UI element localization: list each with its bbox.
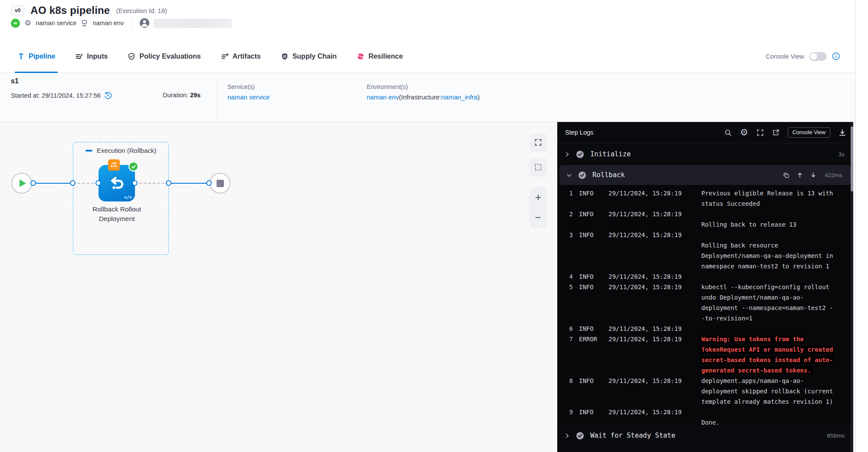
log-section-initialize[interactable]: Initialize 3s: [557, 143, 853, 165]
download-logs-icon[interactable]: [838, 129, 846, 136]
tab-artifacts[interactable]: Artifacts: [221, 40, 261, 73]
port: [166, 180, 171, 186]
code-tag: </>: [124, 195, 132, 200]
services-column: Service(s) naman service: [227, 83, 270, 101]
service-link[interactable]: naman service: [227, 93, 270, 101]
tab-label: Pipeline: [29, 53, 55, 60]
pipeline-meta-row: ∞ ⚙ naman service naman env: [11, 17, 232, 29]
wire-start-to-group: [33, 183, 73, 184]
section-name: Initialize: [590, 150, 631, 158]
log-cell: 3: [567, 230, 573, 240]
env-link[interactable]: naman env: [367, 93, 399, 101]
rollback-arrow-icon: [107, 173, 127, 193]
cd-module-icon: ∞: [11, 19, 20, 28]
search-icon[interactable]: [724, 129, 732, 136]
environments-column: Environment(s) naman env(Infrastructure:…: [367, 83, 480, 101]
header-service-name[interactable]: naman service: [36, 20, 76, 26]
fit-to-screen-button[interactable]: [529, 134, 547, 151]
version-badge: v0: [11, 6, 24, 15]
page-right-gutter: [855, 0, 868, 452]
copy-icon[interactable]: [783, 172, 789, 178]
zoom-controls: + −: [529, 187, 547, 227]
stage-duration: Duration: 29s: [163, 92, 201, 99]
log-scrollbar-thumb[interactable]: [851, 126, 853, 191]
scroll-top-icon[interactable]: [797, 172, 803, 178]
stage-started-at: Started at: 29/11/2024, 15:27:56: [11, 92, 112, 99]
environment-icon: [81, 20, 88, 27]
tab-policy-evaluations[interactable]: Policy Evaluations: [128, 40, 201, 73]
step-logs-title: Step Logs: [565, 129, 593, 136]
step-logs-panel: Step Logs ⚙ Console View Initialize 3s R…: [557, 122, 853, 452]
collapse-icon[interactable]: [85, 150, 92, 152]
tab-label: Resilience: [368, 53, 403, 60]
tab-inputs[interactable]: Inputs: [75, 40, 108, 73]
chevron-down-icon: [566, 172, 572, 178]
stop-icon: [217, 180, 224, 187]
marquee-select-button[interactable]: [529, 158, 547, 176]
log-cell: Done.: [701, 407, 847, 425]
tab-bar: Pipeline Inputs Policy Evaluations Artif…: [0, 40, 855, 73]
log-cell: 6: [567, 323, 573, 334]
console-view-button[interactable]: Console View: [788, 127, 830, 138]
log-cell: kubectl --kubeconfig=config rolloutundo …: [701, 282, 847, 323]
log-cell: INFO: [579, 323, 602, 334]
zoom-out-button[interactable]: −: [535, 212, 542, 223]
log-cell: INFO: [579, 407, 602, 417]
infra-prefix: (Infrastructure:: [399, 93, 441, 101]
log-cell: Rolling back resourceDeployment/naman-qa…: [701, 230, 847, 271]
tab-supply-chain[interactable]: Supply Chain: [281, 40, 337, 73]
log-cell: 29/11/2024, 15:28:19: [608, 188, 695, 198]
play-icon: [20, 179, 26, 187]
tab-resilience[interactable]: Resilience: [357, 40, 403, 73]
log-cell: 29/11/2024, 15:28:19: [608, 282, 695, 292]
stage-divider: [217, 77, 217, 117]
log-section-rollback[interactable]: Rollback 422ms: [559, 165, 851, 185]
stage-summary-bar: s1 Started at: 29/11/2024, 15:27:56 Dura…: [0, 73, 855, 122]
execution-group-label: Execution (Rollback): [97, 147, 157, 154]
tab-pipeline[interactable]: Pipeline: [17, 40, 55, 73]
log-entry: 7ERROR29/11/2024, 15:28:19Warning: Use t…: [567, 334, 847, 376]
success-check-icon: [128, 162, 138, 172]
user-avatar-icon: [140, 18, 149, 28]
history-icon[interactable]: [104, 92, 112, 99]
gear-icon[interactable]: ⚙: [24, 19, 31, 27]
infra-link[interactable]: naman_infra: [441, 93, 477, 101]
info-icon[interactable]: [832, 52, 840, 60]
log-cell: Warning: Use tokens from theTokenRequest…: [701, 334, 847, 376]
tab-label: Inputs: [87, 53, 108, 60]
pipeline-title-row: v0 AO k8s pipeline (Execution Id: 18): [11, 4, 167, 16]
section-name: Wait for Steady State: [590, 432, 675, 439]
environments-label: Environment(s): [367, 83, 480, 90]
step-label-line1: Rollback Rollout: [73, 205, 160, 214]
page-header: v0 AO k8s pipeline (Execution Id: 18) ∞ …: [0, 0, 855, 40]
step-success-icon: [576, 432, 584, 440]
log-cell: INFO: [579, 271, 602, 282]
resilience-chaos-icon: [357, 53, 365, 60]
wire-group-to-end: [169, 183, 209, 184]
step-label-line2: Deployment: [73, 214, 160, 224]
log-cell: 2: [567, 209, 573, 219]
log-cell: INFO: [579, 188, 602, 198]
rollout-deployment-badge-icon: [108, 159, 120, 171]
fullscreen-icon[interactable]: [756, 129, 764, 136]
pipeline-canvas[interactable]: Execution (Rollback) </> Rollback Rollou…: [0, 122, 557, 452]
log-cell: Rolling back to release 13: [701, 209, 847, 230]
log-cell: 29/11/2024, 15:28:19: [608, 407, 695, 417]
log-section-wait-for-steady-state[interactable]: Wait for Steady State 658ms: [557, 425, 853, 446]
duration-label: Duration:: [163, 92, 190, 99]
start-node[interactable]: [11, 173, 32, 194]
log-body[interactable]: 1INFO29/11/2024, 15:28:19Previous eligib…: [557, 185, 853, 425]
rollback-step-node[interactable]: </>: [99, 165, 135, 201]
end-node[interactable]: [210, 173, 230, 194]
open-in-new-icon[interactable]: [772, 129, 779, 136]
log-scrollbar[interactable]: [851, 122, 853, 452]
console-view-toggle[interactable]: [809, 52, 827, 61]
services-label: Service(s): [227, 83, 270, 90]
user-email-redacted: [154, 19, 232, 28]
scroll-bottom-icon[interactable]: [810, 172, 816, 178]
log-settings-gear-icon[interactable]: ⚙: [740, 127, 748, 138]
header-env-name[interactable]: naman env: [92, 20, 124, 26]
rollback-row-actions: 422ms: [783, 172, 842, 178]
supply-chain-shield-icon: [281, 53, 289, 60]
zoom-in-button[interactable]: +: [535, 192, 542, 203]
